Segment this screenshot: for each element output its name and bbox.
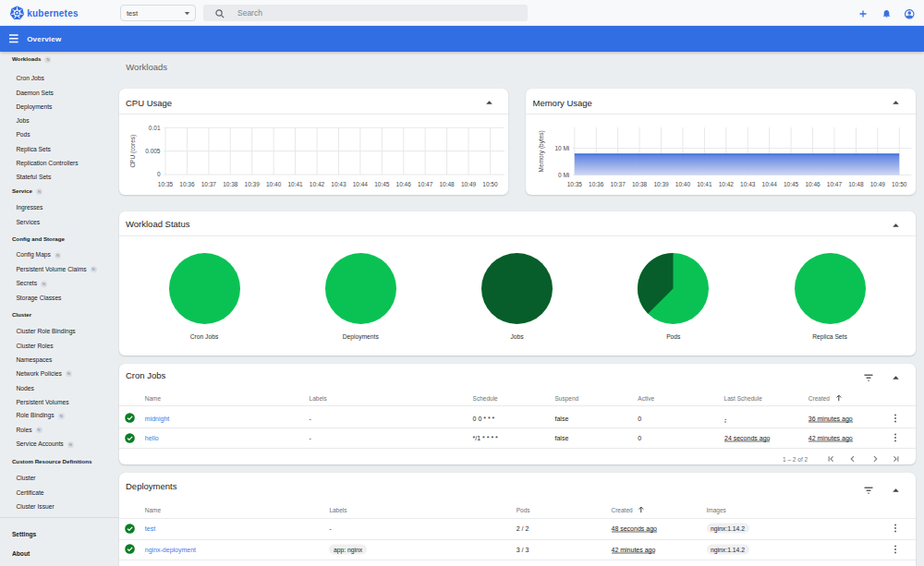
svg-text:10:49: 10:49	[870, 180, 886, 187]
svg-text:10:42: 10:42	[309, 180, 324, 187]
svg-text:10:35: 10:35	[157, 180, 173, 187]
svg-text:CPU (cores): CPU (cores)	[128, 134, 136, 167]
svg-text:10:37: 10:37	[611, 180, 626, 187]
svg-text:0 Mi: 0 Mi	[558, 171, 569, 177]
svg-text:10:37: 10:37	[201, 180, 216, 187]
svg-text:10:43: 10:43	[740, 180, 756, 187]
svg-text:10:50: 10:50	[892, 180, 907, 187]
svg-text:10:35: 10:35	[567, 180, 583, 187]
svg-text:10:46: 10:46	[805, 180, 821, 187]
svg-text:10:43: 10:43	[331, 180, 346, 187]
svg-text:10:45: 10:45	[374, 180, 390, 187]
svg-text:10:39: 10:39	[244, 180, 260, 187]
svg-text:10:45: 10:45	[784, 180, 799, 187]
svg-text:0.01: 0.01	[148, 124, 160, 130]
svg-text:10:47: 10:47	[418, 180, 433, 187]
svg-text:Memory (bytes): Memory (bytes)	[538, 130, 545, 172]
svg-text:0.005: 0.005	[145, 148, 161, 154]
svg-text:10:39: 10:39	[653, 180, 669, 187]
svg-text:0: 0	[156, 171, 160, 177]
svg-text:10:38: 10:38	[223, 180, 238, 187]
svg-text:10:44: 10:44	[352, 180, 368, 187]
svg-text:10:47: 10:47	[827, 180, 843, 187]
svg-text:10:41: 10:41	[697, 180, 712, 187]
svg-text:10 Mi: 10 Mi	[554, 145, 569, 151]
svg-text:kubernetes: kubernetes	[27, 8, 79, 18]
svg-text:10:49: 10:49	[460, 180, 476, 187]
svg-text:10:41: 10:41	[287, 180, 303, 187]
svg-text:10:38: 10:38	[632, 180, 648, 187]
svg-text:10:48: 10:48	[848, 180, 864, 187]
svg-text:10:36: 10:36	[179, 180, 195, 187]
svg-text:10:44: 10:44	[762, 180, 778, 187]
svg-text:10:40: 10:40	[675, 180, 691, 187]
svg-text:10:36: 10:36	[589, 180, 604, 187]
svg-text:10:46: 10:46	[395, 180, 411, 187]
svg-text:10:50: 10:50	[482, 180, 498, 187]
svg-text:10:42: 10:42	[719, 180, 735, 187]
svg-text:10:48: 10:48	[439, 180, 455, 187]
svg-text:10:40: 10:40	[266, 180, 282, 187]
